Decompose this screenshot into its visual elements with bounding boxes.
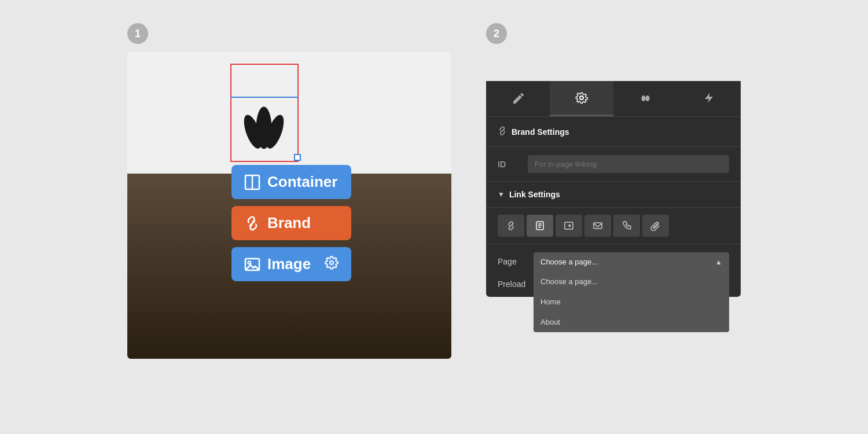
panel-1: 1	[127, 23, 451, 359]
svg-point-10	[646, 95, 650, 101]
image-icon	[244, 256, 260, 273]
brand-tooltip-button[interactable]: Brand	[231, 206, 351, 240]
tab-drops[interactable]	[613, 81, 677, 116]
brand-label: Brand	[267, 214, 311, 232]
tooltip-container: Container Brand	[231, 165, 351, 281]
step-badge-1: 1	[127, 23, 148, 44]
page-dropdown-list: Choose a page... Home About	[534, 271, 729, 332]
page-label: Page	[498, 252, 527, 266]
svg-point-7	[330, 261, 333, 264]
logo-section	[127, 52, 451, 168]
triangle-icon: ▼	[498, 190, 505, 198]
page-option-home[interactable]: Home	[534, 292, 729, 312]
brand-settings-link-icon	[498, 126, 507, 137]
id-field-row: ID	[486, 147, 741, 182]
container-tooltip-button[interactable]: Container	[231, 165, 351, 199]
canvas-area: Container Brand	[127, 52, 451, 359]
container-label: Container	[267, 173, 337, 191]
image-gear-icon[interactable]	[325, 256, 339, 273]
link-type-phone-button[interactable]	[613, 215, 640, 237]
svg-point-6	[248, 261, 251, 264]
dropdown-arrow-icon: ▲	[715, 258, 722, 266]
brand-link-icon	[244, 215, 260, 231]
panel-2: 2	[486, 23, 741, 297]
link-type-section-button[interactable]	[556, 215, 582, 237]
brand-settings-section: Brand Settings	[486, 117, 741, 147]
page-option-choose[interactable]: Choose a page...	[534, 271, 729, 292]
id-input[interactable]	[528, 155, 729, 173]
settings-panel: Brand Settings ID ▼ Link Settings	[486, 81, 741, 297]
red-selection-box	[230, 64, 299, 162]
page-dropdown-wrap: Choose a page... ▲ Choose a page... Home…	[534, 252, 729, 271]
brand-settings-title: Brand Settings	[498, 126, 729, 137]
link-type-email-button[interactable]	[584, 215, 611, 237]
tab-bolt[interactable]	[677, 81, 741, 116]
svg-point-8	[580, 96, 583, 100]
link-type-file-button[interactable]	[642, 215, 669, 237]
id-label: ID	[498, 160, 521, 169]
image-tooltip-button[interactable]: Image	[231, 247, 351, 281]
step-badge-2: 2	[486, 23, 507, 44]
blue-guide-line	[230, 97, 299, 98]
icon-tabs	[486, 81, 741, 117]
resize-handle[interactable]	[294, 154, 301, 161]
brand-settings-text: Brand Settings	[512, 127, 569, 137]
page-dropdown-selected[interactable]: Choose a page... ▲	[534, 252, 729, 271]
svg-point-9	[642, 95, 646, 101]
link-settings-title: Link Settings	[509, 190, 560, 199]
page-option-about[interactable]: About	[534, 312, 729, 332]
link-type-row	[486, 208, 741, 244]
page-selected-text: Choose a page...	[540, 258, 598, 266]
svg-rect-16	[594, 223, 602, 229]
tab-paint[interactable]	[486, 81, 550, 116]
image-label: Image	[267, 255, 311, 273]
link-type-url-button[interactable]	[498, 215, 524, 237]
link-settings-header: ▼ Link Settings	[486, 182, 741, 208]
preload-label: Preload	[498, 279, 527, 289]
page-row: Page Choose a page... ▲ Choose a page...…	[486, 244, 741, 271]
container-icon	[244, 174, 260, 190]
tab-settings[interactable]	[550, 81, 613, 116]
link-type-page-button[interactable]	[527, 215, 553, 237]
